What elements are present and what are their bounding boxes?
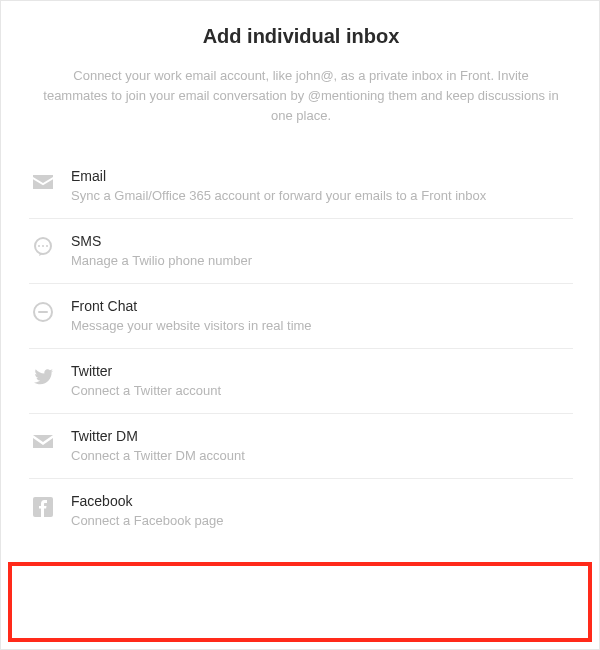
option-facebook[interactable]: Facebook Connect a Facebook page — [29, 479, 573, 543]
page-subtitle: Connect your work email account, like jo… — [41, 66, 561, 126]
option-label: Twitter — [71, 363, 571, 379]
option-desc: Manage a Twilio phone number — [71, 253, 571, 268]
option-desc: Connect a Twitter DM account — [71, 448, 571, 463]
inbox-options-list: Email Sync a Gmail/Office 365 account or… — [29, 154, 573, 543]
option-front-chat[interactable]: Front Chat Message your website visitors… — [29, 284, 573, 349]
option-desc: Sync a Gmail/Office 365 account or forwa… — [71, 188, 571, 203]
sms-icon — [31, 235, 55, 259]
option-twitter-dm[interactable]: Twitter DM Connect a Twitter DM account — [29, 414, 573, 479]
option-desc: Message your website visitors in real ti… — [71, 318, 571, 333]
option-label: Front Chat — [71, 298, 571, 314]
option-desc: Connect a Facebook page — [71, 513, 571, 528]
highlight-box — [8, 562, 592, 642]
option-desc: Connect a Twitter account — [71, 383, 571, 398]
option-label: SMS — [71, 233, 571, 249]
facebook-icon — [31, 495, 55, 519]
option-label: Twitter DM — [71, 428, 571, 444]
option-twitter[interactable]: Twitter Connect a Twitter account — [29, 349, 573, 414]
option-label: Facebook — [71, 493, 571, 509]
twitter-icon — [31, 365, 55, 389]
option-email[interactable]: Email Sync a Gmail/Office 365 account or… — [29, 154, 573, 219]
twitter-dm-icon — [31, 430, 55, 454]
page-title: Add individual inbox — [29, 25, 573, 48]
email-icon — [31, 170, 55, 194]
option-label: Email — [71, 168, 571, 184]
front-chat-icon — [31, 300, 55, 324]
option-sms[interactable]: SMS Manage a Twilio phone number — [29, 219, 573, 284]
